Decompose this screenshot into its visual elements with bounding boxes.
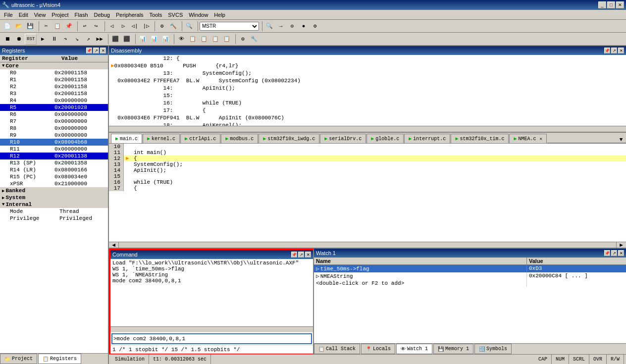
- reg-row-r14--lr-[interactable]: R14 (LR)0x08000166: [0, 166, 108, 173]
- internal-collapse-icon[interactable]: ▼: [2, 202, 4, 207]
- cmd-float-btn[interactable]: ↗: [298, 252, 304, 258]
- dbgmode2[interactable]: ⬛: [121, 34, 132, 45]
- reg-close-btn[interactable]: ✕: [100, 48, 106, 53]
- cmd-close-btn[interactable]: ✕: [305, 252, 311, 258]
- internal-section[interactable]: ▼ Internal: [0, 201, 108, 208]
- view2[interactable]: 📋: [187, 34, 198, 45]
- menu-debug[interactable]: Debug: [91, 11, 113, 19]
- registers-scroll[interactable]: ▼ Core R00x20001158R10x20001158R20x20001…: [0, 62, 108, 353]
- tab-modbus-c[interactable]: ▶ modbus.c: [221, 134, 258, 143]
- reg-row-r2[interactable]: R20x20001158: [0, 83, 108, 90]
- tab-symbols[interactable]: 🔣 Symbols: [474, 344, 512, 354]
- tab-locals[interactable]: 📍 Locals: [361, 344, 395, 354]
- disasm-scroll[interactable]: 12: { ►0x080034E0 B510 PUSH {r4,lr} 13: …: [109, 55, 626, 126]
- menu-help[interactable]: Help: [211, 11, 228, 19]
- hscroll-right-btn[interactable]: ▶: [616, 242, 626, 248]
- reg-row-r1[interactable]: R10x20001158: [0, 76, 108, 83]
- core-collapse-icon[interactable]: ▼: [2, 63, 4, 68]
- tab-kernel-c[interactable]: ▶ kernel.c: [143, 134, 180, 143]
- watch-row-2-expand[interactable]: ▷: [316, 273, 319, 279]
- view1[interactable]: 👁: [176, 34, 187, 45]
- view3[interactable]: 📋: [199, 34, 209, 45]
- undo-btn[interactable]: ↩: [79, 21, 90, 32]
- disasm-hscroll[interactable]: [109, 126, 626, 132]
- nav2-btn[interactable]: ▷: [118, 21, 129, 32]
- t2b3[interactable]: ▶: [37, 34, 48, 45]
- close-button[interactable]: ✕: [616, 1, 624, 8]
- watch-pin-btn[interactable]: 📌: [604, 250, 610, 256]
- dbg1-btn[interactable]: 🔍: [264, 21, 275, 32]
- core-section[interactable]: ▼ Core: [0, 62, 108, 69]
- menu-view[interactable]: View: [31, 11, 49, 19]
- watch-close-btn[interactable]: ✕: [618, 250, 624, 256]
- reg-row-xpsr[interactable]: xPSR0x21000000: [0, 180, 108, 187]
- tab-registers[interactable]: 📋 Registers: [38, 354, 81, 364]
- build1-btn[interactable]: ⚙: [156, 21, 167, 32]
- tab-globle[interactable]: ▶ globle.c: [366, 134, 404, 143]
- command-input[interactable]: [112, 336, 311, 342]
- reg-row-r8[interactable]: R80x00000000: [0, 125, 108, 132]
- reg-row-r0[interactable]: R00x20001158: [0, 69, 108, 76]
- tab-call-stack[interactable]: 📋 Call Stack: [314, 344, 360, 354]
- watch-scroll[interactable]: ▷ time_50ms->flag 0xD3 ▷ NMEAString 0x20…: [314, 265, 626, 343]
- disasm-pin-btn[interactable]: 📌: [604, 48, 610, 53]
- menu-peripherals[interactable]: Peripherals: [113, 11, 147, 19]
- mem3[interactable]: 📊: [160, 34, 171, 45]
- reg-row-r11[interactable]: R110x00000000: [0, 146, 108, 153]
- paste-btn[interactable]: 📌: [63, 21, 74, 32]
- system-collapse-icon[interactable]: ▶: [2, 195, 4, 201]
- reg-row-r12[interactable]: R120x20001138: [0, 153, 108, 159]
- hscroll-track[interactable]: [120, 243, 615, 247]
- reg-row-r10[interactable]: R100x08004b68: [0, 139, 108, 146]
- tab-serialdrv[interactable]: ▶ serialDrv.c: [320, 134, 366, 143]
- nav3-btn[interactable]: ◁|: [129, 21, 140, 32]
- menu-file[interactable]: File: [1, 11, 16, 19]
- reg-row-r9[interactable]: R90x00000000: [0, 132, 108, 139]
- save-btn[interactable]: 💾: [25, 21, 36, 32]
- reg-row-r4[interactable]: R40x00000000: [0, 97, 108, 104]
- reg-row-r5[interactable]: R50x20001028: [0, 104, 108, 111]
- redo-btn[interactable]: ↪: [91, 21, 102, 32]
- tab-watch1[interactable]: 👁 Watch 1: [396, 344, 432, 354]
- tab-stm32-tim[interactable]: ▶ stm32f10x_tim.c: [451, 134, 509, 143]
- t2b4[interactable]: ⏸: [49, 34, 59, 45]
- system-section[interactable]: ▶ System: [0, 194, 108, 201]
- menu-window[interactable]: Window: [186, 11, 211, 19]
- maximize-button[interactable]: □: [607, 1, 615, 8]
- rst-btn[interactable]: RST: [25, 34, 37, 45]
- banked-collapse-icon[interactable]: ▶: [2, 188, 4, 194]
- disasm-close-btn[interactable]: ✕: [618, 48, 624, 53]
- mem2[interactable]: 📊: [149, 34, 159, 45]
- cfg1[interactable]: ⚙: [237, 34, 248, 45]
- cmd-pin-btn[interactable]: 📌: [291, 252, 297, 258]
- nmea-close-icon[interactable]: ✕: [539, 136, 542, 142]
- cut-btn[interactable]: ✂: [41, 21, 52, 32]
- cfg2[interactable]: 🔧: [249, 34, 260, 45]
- t2b1[interactable]: ⏹: [2, 34, 13, 45]
- dbg5-btn[interactable]: ⚙: [310, 21, 320, 32]
- target-combo[interactable]: MSTR: [200, 22, 259, 31]
- watch-float-btn[interactable]: ↗: [611, 250, 617, 256]
- dbgmode1[interactable]: ⬛: [110, 34, 121, 45]
- tab-interrupt[interactable]: ▶ interrupt.c: [404, 134, 450, 143]
- tab-stm32-iwdg[interactable]: ▶ stm32f10x_iwdg.c: [259, 134, 319, 143]
- menu-tools[interactable]: Tools: [147, 11, 165, 19]
- dbg2-btn[interactable]: →: [275, 21, 286, 32]
- reg-float-btn[interactable]: ↗: [93, 48, 99, 53]
- dbg4-btn[interactable]: ●: [298, 21, 309, 32]
- tab-nmea[interactable]: ▶ NMEA.c ✕: [509, 134, 546, 143]
- t2b2[interactable]: ⏺: [13, 34, 24, 45]
- cmd-hscroll[interactable]: [110, 326, 313, 332]
- new-btn[interactable]: 📄: [2, 21, 13, 32]
- tab-memory1[interactable]: 💾 Memory 1: [433, 344, 473, 354]
- watch-row-2[interactable]: ▷ NMEAString 0x20000C84 [ ... ]: [314, 272, 626, 280]
- disasm-float-btn[interactable]: ↗: [611, 48, 617, 53]
- minimize-button[interactable]: _: [598, 1, 606, 8]
- tab-project[interactable]: 📁 Project: [0, 354, 37, 364]
- watch-row-1[interactable]: ▷ time_50ms->flag 0xD3: [314, 265, 626, 272]
- mem1[interactable]: 📊: [137, 34, 148, 45]
- reg-row-r15--pc-[interactable]: R15 (PC)0x080034e0: [0, 173, 108, 180]
- reg-row-r13--sp-[interactable]: R13 (SP)0x20001358: [0, 159, 108, 166]
- watch-row-1-expand[interactable]: ▷: [316, 265, 319, 272]
- copy-btn[interactable]: 📋: [52, 21, 63, 32]
